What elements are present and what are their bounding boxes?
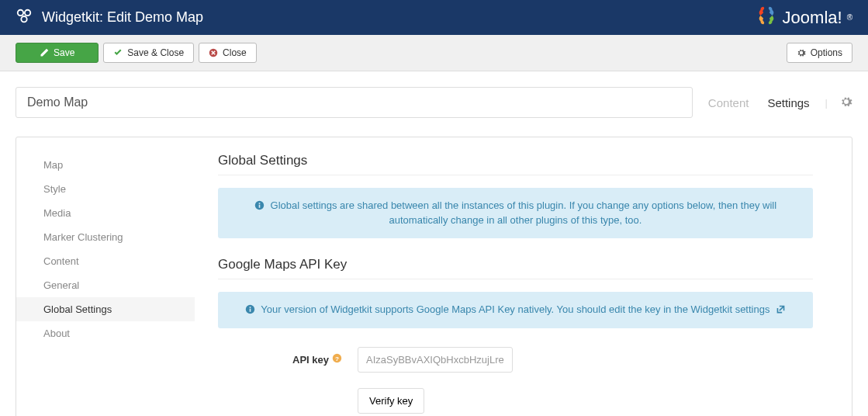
title-row: Content Settings | — [16, 87, 852, 118]
svg-point-0 — [18, 10, 23, 16]
help-icon[interactable]: ? — [332, 353, 342, 366]
save-button[interactable]: Save — [16, 43, 99, 63]
sidebar-item-media[interactable]: Media — [16, 201, 195, 225]
svg-rect-5 — [259, 205, 261, 208]
save-close-button[interactable]: Save & Close — [103, 43, 194, 63]
joomla-brand: Joomla!® — [755, 4, 852, 32]
api-key-label: API key ? — [218, 353, 342, 366]
api-key-row: API key ? — [218, 347, 813, 373]
sidebar-item-style[interactable]: Style — [16, 177, 195, 201]
close-button[interactable]: Close — [199, 43, 257, 63]
content-area: Content Settings | MapStyleMediaMarker C… — [0, 71, 868, 416]
save-close-label: Save & Close — [127, 47, 184, 58]
svg-point-2 — [21, 16, 26, 22]
header-left: Widgetkit: Edit Demo Map — [16, 8, 203, 27]
check-icon — [113, 48, 123, 57]
sidebar-item-map[interactable]: Map — [16, 153, 195, 177]
gear-icon — [797, 48, 806, 57]
sidebar-item-general[interactable]: General — [16, 273, 195, 297]
svg-text:?: ? — [335, 355, 339, 362]
external-link-icon[interactable] — [773, 303, 786, 315]
svg-point-1 — [25, 10, 30, 16]
verify-key-button[interactable]: Verify key — [358, 388, 424, 414]
tab-divider: | — [825, 97, 828, 109]
svg-rect-6 — [259, 203, 261, 205]
close-circle-icon — [209, 48, 218, 57]
widget-title-input[interactable] — [16, 87, 693, 118]
tab-content[interactable]: Content — [705, 96, 752, 109]
sidebar-item-about[interactable]: About — [16, 321, 195, 345]
toolbar: Save Save & Close Close Options — [0, 35, 868, 71]
joomla-icon — [755, 4, 778, 32]
sidebar-item-marker-clustering[interactable]: Marker Clustering — [16, 225, 195, 249]
toolbar-left: Save Save & Close Close — [16, 43, 257, 63]
settings-gear-icon[interactable] — [840, 95, 852, 110]
api-key-label-text: API key — [292, 354, 329, 366]
edit-icon — [40, 48, 49, 57]
info-icon — [245, 303, 255, 317]
api-key-alert: Your version of Widgetkit supports Googl… — [218, 292, 813, 328]
info-icon — [254, 199, 265, 213]
tab-settings[interactable]: Settings — [764, 96, 812, 109]
settings-panel: MapStyleMediaMarker ClusteringContentGen… — [16, 137, 852, 416]
settings-sidebar: MapStyleMediaMarker ClusteringContentGen… — [16, 137, 195, 416]
api-key-input[interactable] — [358, 347, 513, 373]
page-title: Widgetkit: Edit Demo Map — [42, 9, 203, 26]
registered-mark: ® — [847, 13, 852, 22]
verify-row: Verify key — [218, 388, 813, 414]
global-alert-text: Global settings are shared between all t… — [271, 199, 777, 226]
api-alert-text: Your version of Widgetkit supports Googl… — [261, 303, 769, 315]
sidebar-item-global-settings[interactable]: Global Settings — [16, 297, 195, 321]
global-settings-heading: Global Settings — [218, 153, 813, 175]
svg-rect-9 — [250, 307, 251, 309]
sidebar-item-content[interactable]: Content — [16, 249, 195, 273]
settings-main: Global Settings Global settings are shar… — [195, 137, 852, 416]
widgetkit-icon — [16, 8, 33, 27]
close-label: Close — [223, 47, 247, 58]
global-settings-alert: Global settings are shared between all t… — [218, 188, 813, 238]
options-button[interactable]: Options — [787, 43, 852, 63]
svg-rect-8 — [250, 309, 251, 312]
options-label: Options — [811, 47, 842, 58]
api-key-heading: Google Maps API Key — [218, 257, 813, 279]
app-header: Widgetkit: Edit Demo Map Joomla!® — [0, 0, 868, 35]
save-label: Save — [54, 47, 74, 58]
joomla-brand-text: Joomla! — [783, 8, 842, 28]
